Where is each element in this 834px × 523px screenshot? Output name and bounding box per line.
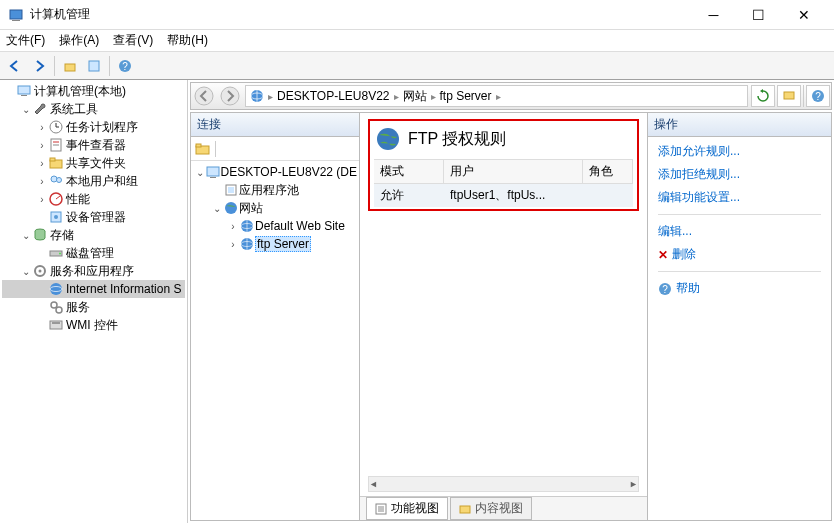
tree-item[interactable]: 磁盘管理 — [2, 244, 185, 262]
refresh-button[interactable] — [751, 85, 775, 107]
tree-label: 应用程序池 — [239, 182, 299, 199]
svg-point-47 — [225, 202, 237, 214]
expander-icon[interactable]: › — [36, 158, 48, 169]
breadcrumb-item[interactable]: 网站 — [403, 88, 427, 105]
action-link[interactable]: ✕删除 — [658, 246, 821, 263]
tree-label: 本地用户和组 — [66, 173, 138, 190]
tree-item[interactable]: ›任务计划程序 — [2, 118, 185, 136]
properties-button[interactable] — [83, 55, 105, 77]
stop-button[interactable] — [777, 85, 801, 107]
col-mode[interactable]: 模式 — [374, 160, 444, 183]
expander-icon[interactable]: › — [36, 194, 48, 205]
action-link[interactable]: ?帮助 — [658, 280, 821, 297]
tree-item[interactable]: ⌄服务和应用程序 — [2, 262, 185, 280]
server-icon — [205, 164, 221, 180]
grid-row[interactable]: 允许 ftpUser1、ftpUs... — [374, 184, 633, 207]
tree-item[interactable]: WMI 控件 — [2, 316, 185, 334]
svg-rect-44 — [210, 177, 216, 178]
globe-icon — [376, 127, 400, 151]
action-link[interactable]: 编辑功能设置... — [658, 189, 821, 206]
storage-icon — [32, 227, 48, 243]
conn-tree-item[interactable]: ›Default Web Site — [193, 217, 357, 235]
menu-action[interactable]: 操作(A) — [59, 32, 99, 49]
chevron-right-icon: ▸ — [268, 91, 273, 102]
tree-item[interactable]: Internet Information S — [2, 280, 185, 298]
svg-point-34 — [221, 87, 239, 105]
svg-point-17 — [57, 178, 62, 183]
expander-icon[interactable]: ⌄ — [211, 203, 223, 214]
conn-tree-item[interactable]: ›ftp Server — [193, 235, 357, 253]
expander-icon[interactable]: ⌄ — [195, 167, 205, 178]
svc-icon — [48, 299, 64, 315]
svg-line-19 — [56, 196, 60, 199]
menu-help[interactable]: 帮助(H) — [167, 32, 208, 49]
breadcrumb-item[interactable]: DESKTOP-LEU8V22 — [277, 89, 390, 103]
tree-item[interactable]: 设备管理器 — [2, 208, 185, 226]
action-link[interactable]: 添加拒绝规则... — [658, 166, 821, 183]
svg-point-27 — [50, 283, 62, 295]
forward-button[interactable] — [28, 55, 50, 77]
iis-help-button[interactable]: ? — [806, 85, 830, 107]
tree-label: 设备管理器 — [66, 209, 126, 226]
col-role[interactable]: 角色 — [583, 160, 633, 183]
minimize-button[interactable]: ─ — [691, 1, 736, 29]
iis-forward-button[interactable] — [217, 84, 243, 108]
computer-icon — [16, 83, 32, 99]
tab-content-view[interactable]: 内容视图 — [450, 497, 532, 520]
tab-feature-view[interactable]: 功能视图 — [366, 497, 448, 520]
tree-item[interactable]: ›本地用户和组 — [2, 172, 185, 190]
tree-label: 性能 — [66, 191, 90, 208]
expander-icon[interactable]: › — [36, 122, 48, 133]
task-icon — [48, 119, 64, 135]
expander-icon[interactable]: › — [36, 176, 48, 187]
col-user[interactable]: 用户 — [444, 160, 583, 183]
connections-tree[interactable]: ⌄DESKTOP-LEU8V22 (DE应用程序池⌄网站›Default Web… — [191, 161, 359, 520]
expander-icon[interactable]: ⌄ — [20, 104, 32, 115]
back-button[interactable] — [4, 55, 26, 77]
wrench-icon — [32, 101, 48, 117]
action-link[interactable]: 添加允许规则... — [658, 143, 821, 160]
svg-text:?: ? — [662, 284, 668, 295]
tree-item[interactable]: 计算机管理(本地) — [2, 82, 185, 100]
action-label: 添加允许规则... — [658, 143, 740, 160]
menubar: 文件(F) 操作(A) 查看(V) 帮助(H) — [0, 30, 834, 52]
maximize-button[interactable]: ☐ — [736, 1, 781, 29]
expander-icon[interactable]: ⌄ — [20, 266, 32, 277]
svg-rect-43 — [207, 167, 219, 176]
tree-item[interactable]: ›事件查看器 — [2, 136, 185, 154]
action-link[interactable]: 编辑... — [658, 223, 821, 240]
svg-point-29 — [51, 302, 57, 308]
tree-item[interactable]: ⌄存储 — [2, 226, 185, 244]
svg-rect-6 — [18, 86, 30, 94]
tree-item[interactable]: 服务 — [2, 298, 185, 316]
menu-file[interactable]: 文件(F) — [6, 32, 45, 49]
menu-view[interactable]: 查看(V) — [113, 32, 153, 49]
left-tree[interactable]: 计算机管理(本地)⌄系统工具›任务计划程序›事件查看器›共享文件夹›本地用户和组… — [0, 80, 188, 523]
folder-icon[interactable] — [195, 142, 211, 156]
up-button[interactable] — [59, 55, 81, 77]
expander-icon[interactable]: ⌄ — [20, 230, 32, 241]
expander-icon[interactable]: › — [227, 221, 239, 232]
breadcrumb[interactable]: ▸ DESKTOP-LEU8V22 ▸ 网站 ▸ ftp Server ▸ — [245, 85, 748, 107]
breadcrumb-item[interactable]: ftp Server — [440, 89, 492, 103]
horizontal-scrollbar[interactable]: ◄► — [368, 476, 639, 492]
expander-icon[interactable]: › — [227, 239, 239, 250]
tree-item[interactable]: ⌄系统工具 — [2, 100, 185, 118]
separator — [658, 214, 821, 215]
iis-back-button[interactable] — [191, 84, 217, 108]
help-button[interactable]: ? — [114, 55, 136, 77]
separator — [215, 141, 216, 157]
conn-tree-item[interactable]: ⌄DESKTOP-LEU8V22 (DE — [193, 163, 357, 181]
conn-tree-item[interactable]: ⌄网站 — [193, 199, 357, 217]
svg-rect-38 — [784, 92, 794, 99]
actions-header: 操作 — [648, 113, 831, 137]
toolbar-sep — [803, 85, 804, 107]
connections-toolbar — [191, 137, 359, 161]
close-button[interactable]: ✕ — [781, 1, 826, 29]
tree-item[interactable]: ›共享文件夹 — [2, 154, 185, 172]
conn-tree-item[interactable]: 应用程序池 — [193, 181, 357, 199]
disk-icon — [48, 245, 64, 261]
tree-item[interactable]: ›性能 — [2, 190, 185, 208]
globe-icon — [239, 236, 255, 252]
expander-icon[interactable]: › — [36, 140, 48, 151]
